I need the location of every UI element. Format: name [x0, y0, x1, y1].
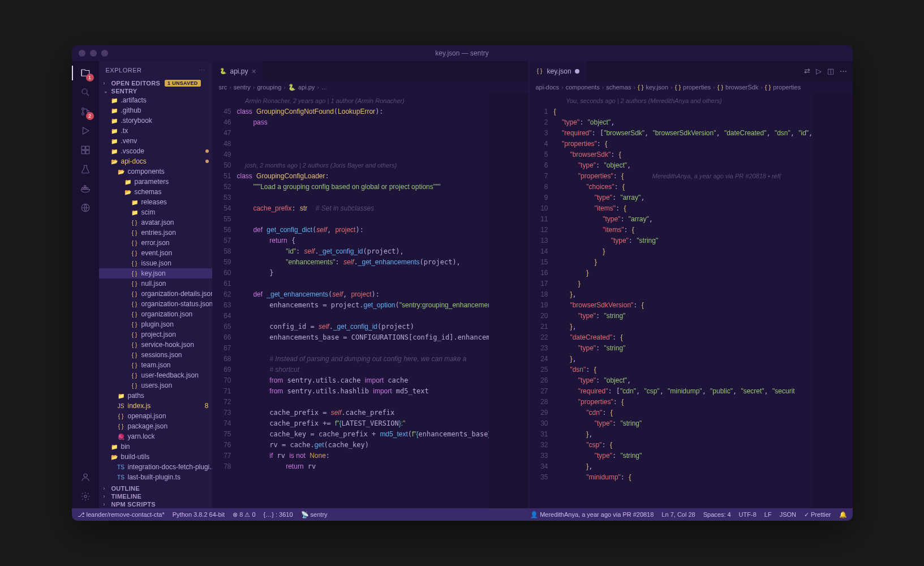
json-icon: { }: [131, 269, 139, 277]
tree-item[interactable]: 📁.github: [99, 105, 212, 115]
tab-api-py[interactable]: 🐍 api.py ×: [212, 61, 264, 81]
outline-section[interactable]: ›OUTLINE: [99, 484, 212, 492]
compare-icon[interactable]: ⇄: [804, 67, 810, 75]
account-icon[interactable]: [78, 470, 93, 484]
extensions-icon[interactable]: [78, 143, 93, 157]
open-editors-section[interactable]: › OPEN EDITORS 1 UNSAVED: [99, 79, 212, 87]
tree-item[interactable]: 🧶yarn.lock: [99, 431, 212, 441]
tree-item[interactable]: { }users.json: [99, 380, 212, 391]
tree-item[interactable]: 📁.storybook: [99, 115, 212, 126]
tree-item[interactable]: { }openapi.json: [99, 411, 212, 421]
file-tree[interactable]: 📁.artifacts📁.github📁.storybook📁.tx📁.venv…: [99, 95, 212, 484]
breadcrumb-left[interactable]: src› sentry› grouping› 🐍api.py› ...: [212, 81, 528, 93]
folder-icon: 📁: [131, 208, 139, 216]
remote-icon[interactable]: [78, 200, 93, 215]
status-prettier[interactable]: ✓ Prettier: [804, 511, 831, 518]
status-python[interactable]: Python 3.8.2 64-bit: [173, 511, 225, 518]
code-left[interactable]: Armin Ronacher, 2 years ago | 1 author (…: [237, 93, 489, 508]
run-icon[interactable]: ▷: [816, 67, 822, 75]
explorer-icon[interactable]: 1: [78, 66, 93, 80]
tree-item[interactable]: 📁.vscode: [99, 146, 212, 156]
tree-item[interactable]: { }organization-details.json: [99, 289, 212, 299]
status-braces[interactable]: {…} : 3610: [264, 511, 293, 518]
tree-item[interactable]: { }avatar.json: [99, 217, 212, 228]
bell-icon[interactable]: 🔔: [839, 511, 847, 518]
timeline-section[interactable]: ›TIMELINE: [99, 492, 212, 500]
json-icon: { }: [131, 280, 139, 288]
source-control-icon[interactable]: 2: [78, 104, 93, 119]
tree-item[interactable]: { }error.json: [99, 238, 212, 248]
breadcrumb-right[interactable]: api-docs› components› schemas› { }key.js…: [529, 81, 853, 93]
svg-rect-6: [81, 151, 85, 154]
json-icon: { }: [131, 310, 139, 318]
tree-item[interactable]: 📁bin: [99, 441, 212, 452]
code-right[interactable]: You, seconds ago | 2 authors (MeredithAn…: [554, 93, 813, 508]
traffic-lights: [79, 50, 108, 57]
tree-item[interactable]: { }organization-status.json: [99, 299, 212, 309]
tree-item[interactable]: 📁scim: [99, 207, 212, 217]
tree-item[interactable]: { }user-feedback.json: [99, 370, 212, 380]
minimize-dot[interactable]: [90, 50, 97, 57]
tree-item[interactable]: 📂api-docs: [99, 156, 212, 166]
tree-item[interactable]: 📁releases: [99, 197, 212, 207]
json-icon: { }: [117, 422, 125, 430]
tree-item[interactable]: TSintegration-docs-fetch-plugi...: [99, 462, 212, 472]
close-icon[interactable]: ×: [252, 67, 256, 76]
tree-item[interactable]: 📁.venv: [99, 136, 212, 146]
tree-item[interactable]: { }event.json: [99, 248, 212, 258]
code-area-right[interactable]: 1234567891011121314151617181920212223242…: [529, 93, 853, 508]
gutter-right: 1234567891011121314151617181920212223242…: [529, 93, 554, 508]
tree-item[interactable]: { }plugin.json: [99, 319, 212, 329]
tree-item[interactable]: { }team.json: [99, 360, 212, 370]
minimap-left[interactable]: [489, 93, 528, 508]
status-eol[interactable]: LF: [764, 511, 772, 518]
tree-item[interactable]: { }sessions.json: [99, 350, 212, 360]
search-icon[interactable]: [78, 85, 93, 100]
code-area-left[interactable]: 4546474849505152535455565758596061626364…: [212, 93, 528, 508]
status-lang[interactable]: JSON: [780, 511, 796, 518]
npm-section[interactable]: ›NPM SCRIPTS: [99, 500, 212, 508]
tree-item[interactable]: 📂schemas: [99, 187, 212, 197]
folder-icon: 📁: [117, 392, 125, 400]
status-problems[interactable]: ⊗ 8 ⚠ 0: [233, 511, 255, 518]
close-dot[interactable]: [79, 50, 85, 57]
minimap-right[interactable]: [813, 93, 853, 508]
tree-item[interactable]: { }entries.json: [99, 228, 212, 238]
tree-item[interactable]: 📁paths: [99, 391, 212, 401]
tree-item[interactable]: 📁.artifacts: [99, 95, 212, 105]
tree-item[interactable]: { }null.json: [99, 278, 212, 289]
test-icon[interactable]: [78, 162, 93, 177]
folder-icon: 📁: [110, 443, 118, 451]
docker-icon[interactable]: [78, 181, 93, 196]
tree-item[interactable]: 📁parameters: [99, 177, 212, 187]
json-icon: { }: [131, 259, 139, 267]
tree-item[interactable]: { }organization.json: [99, 309, 212, 319]
status-branch[interactable]: ⎇ leander/remove-contact-cta*: [78, 511, 165, 518]
tree-item[interactable]: { }key.json: [99, 268, 212, 278]
tree-item[interactable]: { }issue.json: [99, 258, 212, 268]
tree-item[interactable]: 📂build-utils: [99, 452, 212, 462]
root-section[interactable]: ⌄ SENTRY: [99, 87, 212, 95]
tree-item[interactable]: JSindex.js8: [99, 401, 212, 411]
tree-item[interactable]: { }package.json: [99, 421, 212, 431]
more-icon[interactable]: ⋯: [840, 67, 847, 75]
run-debug-icon[interactable]: [78, 123, 93, 138]
status-blame[interactable]: 👤 MeredithAnya, a year ago via PR #20818: [530, 511, 654, 518]
explorer-badge: 1: [86, 74, 94, 82]
sidebar-more-icon[interactable]: ⋯: [199, 67, 205, 74]
status-spaces[interactable]: Spaces: 4: [703, 511, 731, 518]
folder-icon: 📁: [110, 147, 118, 155]
settings-icon[interactable]: [78, 489, 93, 504]
tree-item[interactable]: 📁.tx: [99, 126, 212, 136]
tree-item[interactable]: { }project.json: [99, 329, 212, 340]
tree-item[interactable]: TSlast-built-plugin.ts: [99, 472, 212, 482]
split-icon[interactable]: ◫: [827, 67, 834, 75]
maximize-dot[interactable]: [101, 50, 108, 57]
tab-key-json[interactable]: { } key.json: [529, 61, 587, 81]
tree-item[interactable]: { }service-hook.json: [99, 340, 212, 350]
status-radio[interactable]: 📡 sentry: [301, 511, 328, 518]
status-encoding[interactable]: UTF-8: [739, 511, 757, 518]
titlebar[interactable]: key.json — sentry: [72, 45, 853, 61]
status-cursor[interactable]: Ln 7, Col 28: [661, 511, 695, 518]
tree-item[interactable]: 📂components: [99, 166, 212, 177]
